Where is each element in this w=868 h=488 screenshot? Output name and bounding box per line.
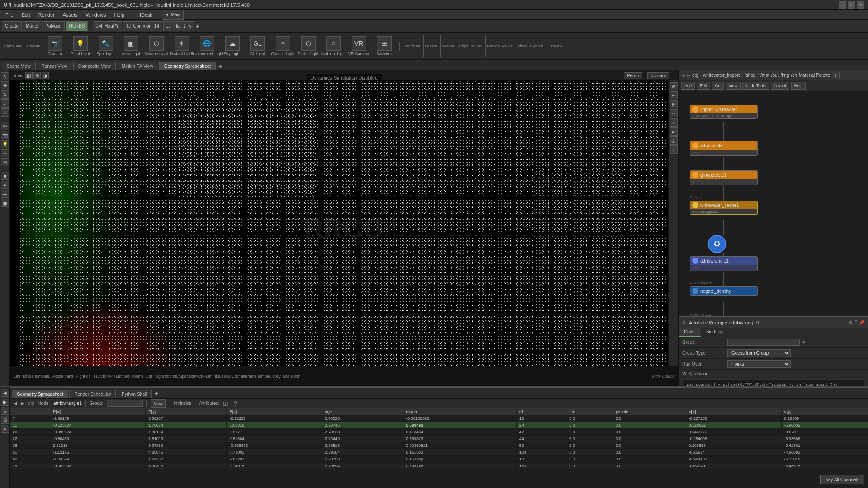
- group-dropdown-icon[interactable]: ▼: [802, 340, 806, 345]
- ss-lt2[interactable]: ▶: [1, 398, 9, 406]
- camera-btn[interactable]: 📷 Camera: [43, 35, 67, 57]
- node-attribdelete[interactable]: attribdelete1 ○ ○: [690, 141, 758, 156]
- tab-geometry-spreadsheet[interactable]: Geometry Spreadsheet: [159, 62, 216, 70]
- col-header-pz[interactable]: P[z]: [226, 408, 322, 415]
- vrt-3[interactable]: ⊞: [670, 100, 678, 108]
- menu-render[interactable]: Render: [35, 11, 58, 19]
- no-cam-button[interactable]: No cam: [647, 72, 669, 79]
- vr-camera-btn[interactable]: VR VR Camera: [347, 35, 371, 57]
- main-dropdown[interactable]: ▼ Main: [162, 10, 184, 20]
- tab-composite-view[interactable]: Composite View: [73, 62, 116, 70]
- lt-snap[interactable]: ⊹: [1, 149, 9, 157]
- lt-transform[interactable]: ✥: [1, 81, 9, 89]
- node-import-whitewater[interactable]: import_whitewater SHIPNAME.SOS.SF.bge: [690, 105, 758, 119]
- col-header-life[interactable]: life: [566, 408, 613, 415]
- point-light-btn[interactable]: 💡 Point Light: [69, 35, 92, 57]
- switcher-btn[interactable]: ⊞ Switcher: [373, 35, 396, 57]
- model-btn[interactable]: Model: [23, 21, 41, 31]
- env-light-btn[interactable]: 🌐 Environment Light: [195, 35, 219, 57]
- node-ww-cache[interactable]: whitewater_cache1 SOS.SF.bgeo.sc: [690, 201, 758, 215]
- layout-btn[interactable]: Layout: [771, 82, 789, 90]
- close-button[interactable]: ×: [857, 1, 864, 9]
- vp-control3[interactable]: ◑: [42, 72, 49, 79]
- ss-tab-python[interactable]: Python Shell: [117, 390, 152, 398]
- node-tools-btn[interactable]: Node Tools: [742, 82, 769, 90]
- lt-handle[interactable]: ⊕: [1, 108, 9, 117]
- back-btn[interactable]: ◀: [681, 73, 685, 78]
- props-group-input[interactable]: [727, 339, 800, 346]
- col-header-age[interactable]: age: [322, 408, 403, 415]
- nurbs-btn[interactable]: NURBS: [66, 21, 88, 31]
- col-header-depth[interactable]: depth: [403, 408, 516, 415]
- ss-group-input[interactable]: [107, 400, 143, 407]
- lt-cam[interactable]: 📷: [1, 131, 9, 139]
- col-header-vx[interactable]: v[x]: [686, 408, 781, 415]
- sky-light-btn[interactable]: ☁ Sky Light: [221, 35, 244, 57]
- ss-nav-back[interactable]: ◀: [14, 401, 17, 406]
- go-node-btn[interactable]: Go: [712, 82, 724, 90]
- path-mat[interactable]: /mat: [760, 73, 769, 78]
- path-out[interactable]: /out: [771, 73, 779, 78]
- ss-help-icon[interactable]: ?: [234, 400, 237, 407]
- path-material[interactable]: Material Palette: [799, 73, 830, 78]
- path-ch[interactable]: /ch: [791, 73, 797, 78]
- vrt-4[interactable]: ↔: [670, 109, 678, 117]
- props-pin-icon[interactable]: 📌: [859, 320, 864, 325]
- vrt-1[interactable]: ⊕: [670, 82, 678, 90]
- gl-light-btn[interactable]: GL GL Light: [246, 35, 269, 57]
- col-header-id[interactable]: [10, 408, 50, 415]
- add-node-btn[interactable]: Add: [681, 82, 695, 90]
- menu-file[interactable]: File: [2, 11, 17, 19]
- deform-btn[interactable]: JJ_Common_14: [123, 21, 162, 31]
- lt-edge-sel[interactable]: —: [1, 190, 9, 198]
- volume-light-btn[interactable]: ⬡ Volume Light: [145, 35, 168, 57]
- ambient-light-btn[interactable]: ○ Ambient Light: [322, 35, 345, 57]
- node-attribwrangle[interactable]: attribwrangle1 ○ ○: [690, 256, 758, 271]
- ss-lt5[interactable]: ●: [1, 425, 9, 433]
- vp-control2[interactable]: ⊞: [33, 72, 41, 79]
- lt-light[interactable]: 💡: [1, 140, 9, 148]
- menu-assets[interactable]: Assets: [59, 11, 81, 19]
- vrt-8[interactable]: ⊹: [670, 145, 678, 154]
- col-header-px[interactable]: P[x]: [50, 408, 146, 415]
- props-runover-select[interactable]: Points Primitives Detail: [727, 360, 791, 368]
- rig-btn[interactable]: JM_HouPY: [93, 21, 122, 31]
- spot-light-btn[interactable]: 🔦 Spot Light: [94, 35, 118, 57]
- tab-bindings[interactable]: Bindings: [701, 328, 729, 337]
- lt-view[interactable]: 👁: [1, 122, 9, 130]
- col-header-py[interactable]: P[y]: [146, 408, 227, 415]
- props-help-icon[interactable]: ?: [854, 320, 857, 325]
- node-negate-density[interactable]: negate_density: [690, 286, 758, 296]
- tab-code[interactable]: Code: [679, 328, 701, 337]
- col-header-pscale[interactable]: pscale: [613, 408, 686, 415]
- create-btn[interactable]: Create: [2, 21, 22, 31]
- menu-edit[interactable]: Edit: [18, 11, 34, 19]
- col-header-vy[interactable]: v[y]: [781, 408, 868, 415]
- flip-btn[interactable]: JJ_Flip_1_lv: [163, 21, 195, 31]
- minimize-button[interactable]: −: [839, 1, 846, 9]
- tab-motion-fx[interactable]: Motion FX View: [117, 62, 158, 70]
- tb-plus[interactable]: +: [195, 23, 199, 30]
- maximize-button[interactable]: □: [848, 1, 855, 9]
- node-groupdelete[interactable]: groupdelete1 ○: [690, 170, 758, 185]
- path-shop[interactable]: /shop: [745, 73, 755, 78]
- ss-nav-fwd[interactable]: ▶: [21, 401, 24, 406]
- menu-hdesk[interactable]: HDesk: [134, 11, 156, 19]
- ss-tab-geospreadsheet[interactable]: Geometry Spreadsheet: [12, 390, 68, 398]
- view-node-btn[interactable]: View: [726, 82, 741, 90]
- key-all-channels-button[interactable]: Key All Channels: [820, 475, 864, 484]
- forward-btn[interactable]: ▶: [687, 73, 690, 78]
- ss-attrs-icon[interactable]: ⊞: [223, 400, 228, 407]
- lt-face-sel[interactable]: ▣: [1, 199, 9, 207]
- help-node-btn[interactable]: Help: [791, 82, 806, 90]
- props-settings-icon[interactable]: ⚙: [849, 320, 853, 325]
- ss-add-tab[interactable]: +: [153, 389, 160, 397]
- vp-control1[interactable]: ◧: [25, 72, 33, 79]
- lt-rotate[interactable]: ↻: [1, 90, 9, 99]
- add-tab-btn[interactable]: +: [217, 63, 224, 70]
- ss-lt3[interactable]: ⊕: [1, 407, 9, 415]
- props-grouptype-select[interactable]: Guess from Group Points Primitives: [727, 349, 791, 357]
- lt-pt-sel[interactable]: ●: [1, 181, 9, 189]
- polygon-btn[interactable]: Polygon: [42, 21, 65, 31]
- tab-scene-view[interactable]: Scene View: [2, 62, 36, 70]
